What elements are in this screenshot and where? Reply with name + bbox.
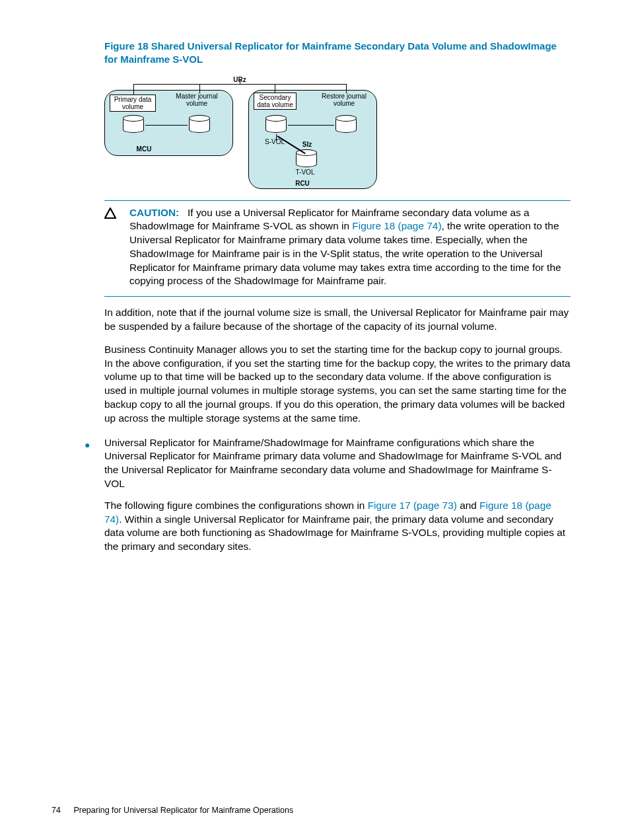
figure-caption: Figure 18 Shared Universal Replicator fo… xyxy=(104,40,571,67)
caution-block: CAUTION: If you use a Universal Replicat… xyxy=(104,206,571,289)
cylinder-icon xyxy=(123,117,144,133)
primary-data-volume-label: Primary datavolume xyxy=(110,95,156,112)
cylinder-icon xyxy=(335,117,357,133)
bullet-icon: ● xyxy=(52,436,104,554)
mcu-label: MCU xyxy=(131,145,157,153)
siz-label: SIz xyxy=(298,141,316,148)
list-paragraph: The following figure combines the config… xyxy=(104,499,571,554)
footer-title: Preparing for Universal Replicator for M… xyxy=(73,806,293,815)
master-journal-label: Master journalvolume xyxy=(170,93,223,107)
bullet-item: ● Universal Replicator for Mainframe/Sha… xyxy=(52,436,571,554)
rcu-label: RCU xyxy=(289,180,316,187)
page-footer: 74 Preparing for Universal Replicator fo… xyxy=(52,805,293,816)
figure-17-link[interactable]: Figure 17 (page 73) xyxy=(368,500,457,511)
figure-18-link[interactable]: Figure 18 (page 74) xyxy=(352,220,441,231)
body-paragraph: In addition, note that if the journal vo… xyxy=(104,306,571,334)
figure-diagram: URz Primary datavolume Master journalvol… xyxy=(104,76,571,188)
cylinder-icon xyxy=(296,151,317,167)
page-number: 74 xyxy=(52,806,61,815)
caution-label: CAUTION: xyxy=(129,207,179,218)
cylinder-icon xyxy=(265,117,287,133)
tvol-label: T-VOL xyxy=(292,169,318,176)
list-paragraph: Universal Replicator for Mainframe/Shado… xyxy=(104,436,571,491)
separator xyxy=(104,200,571,201)
caution-icon xyxy=(104,206,118,289)
secondary-data-volume-label: Secondarydata volume xyxy=(254,93,297,110)
restore-journal-label: Restore journalvolume xyxy=(317,93,371,107)
cylinder-icon xyxy=(189,117,210,133)
separator xyxy=(104,296,571,297)
body-paragraph: Business Continuity Manager allows you t… xyxy=(104,343,571,426)
